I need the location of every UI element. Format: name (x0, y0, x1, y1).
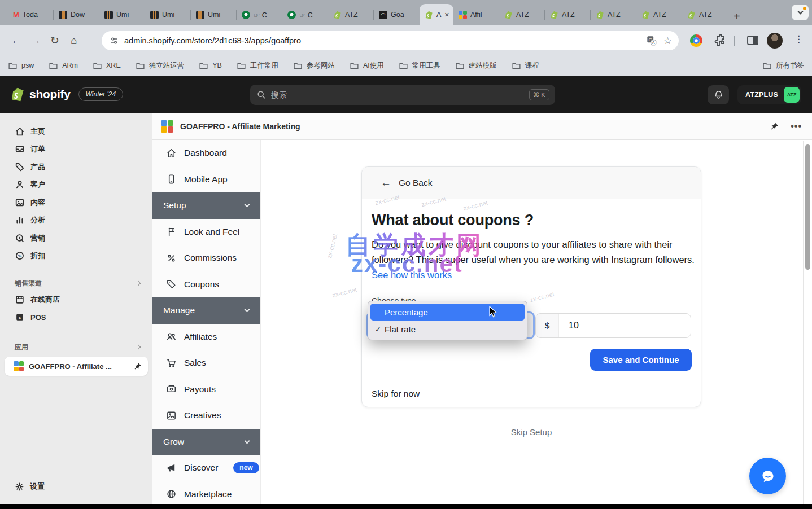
pin-icon[interactable] (769, 121, 779, 131)
tab-label: A (436, 11, 441, 19)
store-menu-button[interactable]: ATZPLUS ATZ (737, 85, 801, 104)
bookmark-folder[interactable]: 课程 (512, 61, 539, 71)
sidebar-item-discounts[interactable]: %折扣 (0, 247, 152, 265)
sidebar-item-home[interactable]: 主页 (0, 122, 152, 141)
release-badge[interactable]: Winter '24 (78, 87, 124, 101)
tab-book-1[interactable]: Dow (54, 4, 99, 25)
close-tab-icon[interactable]: × (444, 10, 449, 19)
scrollbar-thumb[interactable] (805, 144, 810, 270)
bookmark-folder[interactable]: AI使用 (350, 61, 384, 71)
nav-item-commissions[interactable]: Commissions (152, 245, 260, 271)
bookmark-folder[interactable]: 参考网站 (293, 61, 335, 71)
nav-item-coupons[interactable]: Coupons (152, 271, 260, 298)
nav-section-grow[interactable]: Grow (152, 429, 260, 455)
heading-label: 销售渠道 (15, 279, 42, 288)
tab-shopify-1[interactable]: ATZ (328, 4, 374, 25)
back-button[interactable]: ← (7, 34, 26, 47)
nav-item-dashboard[interactable]: Dashboard (152, 140, 260, 166)
sidebar-item-pos[interactable]: sPOS (0, 309, 152, 327)
wizard-title: What about coupons ? (372, 212, 534, 229)
sidebar-item-content[interactable]: 内容 (0, 194, 152, 212)
app-menu-icon[interactable]: ••• (791, 121, 802, 131)
forward-button[interactable]: → (26, 34, 45, 47)
bookmark-folder[interactable]: 独立站运营 (136, 61, 185, 71)
extensions-icon[interactable] (714, 34, 727, 47)
nav-item-mobile-app[interactable]: Mobile App (152, 166, 260, 193)
tab-gmail[interactable]: MToda (8, 4, 54, 25)
tab-active-goaffpro[interactable]: A× (420, 4, 453, 25)
translate-icon[interactable]: GA (647, 36, 657, 46)
sidebar-item-customers[interactable]: 客户 (0, 176, 152, 194)
tab-shopify-4[interactable]: ATZ (591, 4, 636, 25)
tab-shopify-3[interactable]: ATZ (545, 4, 591, 25)
amount-input[interactable] (559, 314, 691, 337)
bookmark-folder[interactable]: 工作常用 (237, 61, 278, 71)
sidebar-item-orders[interactable]: 订单 (0, 141, 152, 159)
go-back-bar[interactable]: ← Go Back (362, 167, 701, 199)
browser-menu-icon[interactable]: ⋮ (794, 33, 804, 45)
save-and-continue-button[interactable]: Save and Continue (590, 349, 692, 371)
bookmark-folder[interactable]: 建站模版 (455, 61, 497, 71)
home-button[interactable]: ⌂ (64, 34, 84, 47)
tab-label: ATZ (516, 11, 529, 19)
bookmark-folder[interactable]: XRE (93, 61, 121, 71)
chat-widget-button[interactable] (749, 458, 786, 494)
nav-item-sales[interactable]: Sales (152, 350, 260, 376)
all-bookmarks-button[interactable]: 所有书签 (762, 61, 804, 71)
bookmark-folder[interactable]: ARm (49, 61, 78, 71)
sidebar-item-products[interactable]: 产品 (0, 158, 152, 176)
nav-item-affiliates[interactable]: Affiliates (152, 324, 260, 350)
bookmark-star-icon[interactable]: ☆ (663, 35, 672, 47)
tab-goa[interactable]: ◠Goa (374, 4, 420, 25)
bookmark-folder[interactable]: 常用工具 (399, 61, 440, 71)
nav-section-setup[interactable]: Setup (152, 192, 260, 219)
notifications-button[interactable] (708, 85, 729, 104)
bookmark-folder[interactable]: YB (199, 61, 222, 71)
tab-shopify-5[interactable]: ATZ (636, 4, 682, 25)
profile-avatar[interactable] (767, 33, 783, 49)
sales-channels-heading[interactable]: 销售渠道 (0, 276, 152, 291)
search-input[interactable] (271, 90, 529, 99)
heading-label: 应用 (15, 343, 28, 352)
side-panel-icon[interactable] (746, 34, 759, 47)
address-bar[interactable]: admin.shopify.com/store/2d1c68-3/apps/go… (102, 31, 679, 50)
tab-shopify-2[interactable]: ATZ (499, 4, 545, 25)
chrome-theme-icon[interactable] (690, 34, 702, 47)
skip-for-now-link[interactable]: Skip for now (372, 389, 420, 399)
chevron-down-icon (245, 438, 250, 444)
site-settings-icon[interactable] (110, 36, 119, 45)
sidebar-item-analytics[interactable]: 分析 (0, 212, 152, 230)
nav-item-payouts[interactable]: Payouts (152, 376, 260, 403)
folder-icon (293, 61, 303, 71)
tab-book-2[interactable]: Umi (99, 4, 145, 25)
nav-item-marketplace[interactable]: Marketplace (152, 481, 260, 505)
content-scrollbar[interactable] (803, 141, 812, 504)
tab-shopify-6[interactable]: ATZ (682, 4, 728, 25)
nav-section-manage[interactable]: Manage (152, 297, 260, 324)
tab-green-1[interactable]: ☞ C (237, 4, 282, 25)
nav-item-look-and-feel[interactable]: Look and Feel (152, 219, 260, 245)
bell-icon (713, 90, 724, 100)
nav-item-discover[interactable]: Discovernew (152, 455, 260, 481)
tab-green-2[interactable]: ☞ C (282, 4, 328, 25)
sidebar-item-marketing[interactable]: 营销 (0, 229, 152, 247)
shopify-logo[interactable]: shopify (10, 86, 71, 102)
nav-item-creatives[interactable]: Creatives (152, 402, 260, 429)
tab-book-3[interactable]: Umi (145, 4, 191, 25)
reload-button[interactable]: ↻ (45, 34, 64, 47)
sidebar-item-settings[interactable]: 设置 (0, 477, 152, 495)
new-tab-button[interactable]: + (734, 11, 740, 22)
skip-setup-link[interactable]: Skip Setup (361, 427, 701, 437)
sidebar-item-goaffpro[interactable]: GOAFFPRO - Affiliate ... (5, 357, 148, 376)
global-search[interactable]: ⌘ K (250, 85, 555, 105)
sidebar-item-online-store[interactable]: 在线商店 (0, 291, 152, 309)
tab-search-chevron-button[interactable] (792, 5, 809, 20)
pin-icon[interactable] (133, 362, 142, 371)
bookmark-folder[interactable]: psw (8, 61, 34, 71)
dropdown-option-percentage[interactable]: Percentage (370, 304, 525, 321)
apps-heading[interactable]: 应用 (0, 340, 152, 354)
dropdown-option-flat-rate[interactable]: ✓Flat rate (370, 321, 525, 337)
tab-book-4[interactable]: Umi (191, 4, 237, 25)
tab-affil[interactable]: Affil (453, 4, 499, 25)
url-text[interactable]: admin.shopify.com/store/2d1c68-3/apps/go… (124, 36, 640, 45)
